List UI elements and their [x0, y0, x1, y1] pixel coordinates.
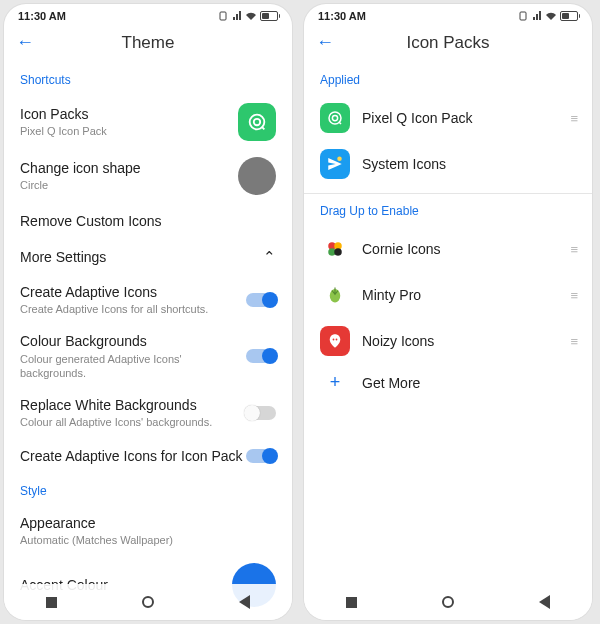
signal-icon: [532, 11, 542, 21]
row-sub: Colour all Adaptive Icons' backgrounds.: [20, 415, 246, 429]
svg-rect-3: [520, 12, 526, 20]
pack-label: Cornie Icons: [362, 241, 558, 257]
content-scroll[interactable]: Shortcuts Icon Packs Pixel Q Icon Pack C…: [4, 59, 292, 620]
page-title: Theme: [4, 33, 292, 53]
row-colour-bg[interactable]: Colour Backgrounds Colour generated Adap…: [20, 324, 276, 388]
status-time: 11:30 AM: [18, 10, 66, 22]
toggle-replace-white[interactable]: [246, 406, 276, 420]
android-navbar: [4, 584, 292, 620]
appbar: ← Icon Packs: [304, 24, 592, 59]
row-icon-packs[interactable]: Icon Packs Pixel Q Icon Pack: [20, 95, 276, 149]
svg-point-5: [332, 115, 337, 120]
phone-left: 11:30 AM ← Theme Shortcuts Icon Packs Pi…: [4, 4, 292, 620]
drag-handle-icon[interactable]: ≡: [570, 288, 576, 303]
pixelq-icon: [238, 103, 276, 141]
svg-point-12: [333, 339, 335, 341]
android-navbar: [304, 584, 592, 620]
row-title: Icon Packs: [20, 105, 238, 123]
toggle-colour-bg[interactable]: [246, 349, 276, 363]
row-title: Colour Backgrounds: [20, 332, 246, 350]
pixelq-icon: [320, 103, 350, 133]
appbar: ← Theme: [4, 24, 292, 59]
row-create-adaptive[interactable]: Create Adaptive Icons Create Adaptive Ic…: [20, 275, 276, 324]
row-replace-white[interactable]: Replace White Backgrounds Colour all Ada…: [20, 388, 276, 437]
statusbar: 11:30 AM: [4, 4, 292, 24]
sim-icon: [519, 11, 529, 21]
pack-row-minty[interactable]: Minty Pro ≡: [320, 272, 576, 318]
nav-home[interactable]: [142, 596, 154, 608]
wifi-icon: [545, 11, 557, 21]
pack-row-noizy[interactable]: Noizy Icons ≡: [320, 318, 576, 364]
circle-shape-icon: [238, 157, 276, 195]
signal-icon: [232, 11, 242, 21]
pack-label: Noizy Icons: [362, 333, 558, 349]
toggle-create-adaptive[interactable]: [246, 293, 276, 307]
row-more-settings[interactable]: More Settings ⌃: [20, 239, 276, 275]
noizy-icon: [320, 326, 350, 356]
row-title: Change icon shape: [20, 159, 238, 177]
svg-point-6: [337, 157, 342, 162]
battery-icon: [260, 11, 278, 21]
drag-handle-icon[interactable]: ≡: [570, 111, 576, 126]
status-icons: [219, 11, 278, 21]
row-create-adaptive-pack[interactable]: Create Adaptive Icons for Icon Pack: [20, 438, 276, 474]
section-applied: Applied: [320, 73, 576, 87]
battery-icon: [560, 11, 578, 21]
pack-row-system[interactable]: System Icons: [320, 141, 576, 187]
cornie-icon: [320, 234, 350, 264]
nav-recents[interactable]: [346, 597, 357, 608]
row-sub: Create Adaptive Icons for all shortcuts.: [20, 302, 246, 316]
pack-label: Minty Pro: [362, 287, 558, 303]
nav-back[interactable]: [539, 595, 550, 609]
statusbar: 11:30 AM: [304, 4, 592, 24]
drag-handle-icon[interactable]: ≡: [570, 242, 576, 257]
status-time: 11:30 AM: [318, 10, 366, 22]
status-icons: [519, 11, 578, 21]
row-remove-custom[interactable]: Remove Custom Icons: [20, 203, 276, 239]
row-sub: Pixel Q Icon Pack: [20, 124, 238, 138]
pack-row-get-more[interactable]: + Get More: [320, 364, 576, 401]
page-title: Icon Packs: [304, 33, 592, 53]
drag-handle-icon[interactable]: ≡: [570, 334, 576, 349]
section-style: Style: [20, 484, 276, 498]
divider: [304, 193, 592, 194]
pack-label: Get More: [362, 375, 576, 391]
nav-recents[interactable]: [46, 597, 57, 608]
system-icon: [320, 149, 350, 179]
wifi-icon: [245, 11, 257, 21]
svg-point-10: [334, 248, 342, 256]
content-scroll[interactable]: Applied Pixel Q Icon Pack ≡ System Icons…: [304, 59, 592, 620]
section-shortcuts: Shortcuts: [20, 73, 276, 87]
sim-icon: [219, 11, 229, 21]
phone-right: 11:30 AM ← Icon Packs Applied Pixel Q Ic…: [304, 4, 592, 620]
row-sub: Automatic (Matches Wallpaper): [20, 533, 276, 547]
pack-label: Pixel Q Icon Pack: [362, 110, 558, 126]
pack-label: System Icons: [362, 156, 576, 172]
row-title: Appearance: [20, 514, 276, 532]
row-sub: Colour generated Adaptive Icons' backgro…: [20, 352, 246, 381]
section-drag: Drag Up to Enable: [320, 204, 576, 218]
pack-row-cornie[interactable]: Cornie Icons ≡: [320, 226, 576, 272]
minty-icon: [320, 280, 350, 310]
nav-home[interactable]: [442, 596, 454, 608]
svg-point-2: [254, 119, 260, 125]
nav-back[interactable]: [239, 595, 250, 609]
row-appearance[interactable]: Appearance Automatic (Matches Wallpaper): [20, 506, 276, 555]
row-title: Create Adaptive Icons for Icon Pack: [20, 447, 246, 465]
toggle-create-adaptive-pack[interactable]: [246, 449, 276, 463]
pack-row-pixelq[interactable]: Pixel Q Icon Pack ≡: [320, 95, 576, 141]
row-title: Replace White Backgrounds: [20, 396, 246, 414]
svg-point-13: [336, 339, 338, 341]
row-change-shape[interactable]: Change icon shape Circle: [20, 149, 276, 203]
chevron-up-icon: ⌃: [263, 248, 276, 266]
svg-rect-0: [220, 12, 226, 20]
row-title: More Settings: [20, 248, 263, 266]
plus-icon: +: [320, 372, 350, 393]
row-title: Create Adaptive Icons: [20, 283, 246, 301]
row-title: Remove Custom Icons: [20, 212, 276, 230]
row-sub: Circle: [20, 178, 238, 192]
